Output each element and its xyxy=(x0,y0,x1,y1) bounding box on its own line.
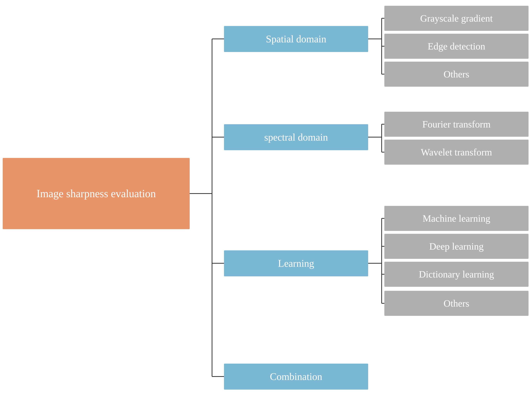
leaf-others-learning: Others xyxy=(384,291,529,316)
diagram: Image sharpness evaluation xyxy=(0,0,532,395)
mid-node-spatial: Spatial domain xyxy=(224,26,368,52)
leaf-deep-learning: Deep learning xyxy=(384,234,529,259)
leaf-others-spatial: Others xyxy=(384,62,529,87)
leaf-dictionary-learning: Dictionary learning xyxy=(384,262,529,287)
root-node: Image sharpness evaluation xyxy=(3,158,190,229)
leaf-grayscale: Grayscale gradient xyxy=(384,6,529,31)
leaf-wavelet: Wavelet transform xyxy=(384,140,529,165)
mid-node-combination: Combination xyxy=(224,364,368,390)
leaf-machine-learning: Machine learning xyxy=(384,206,529,231)
leaf-fourier: Fourier transform xyxy=(384,112,529,137)
leaf-edge: Edge detection xyxy=(384,34,529,59)
mid-node-learning: Learning xyxy=(224,250,368,276)
mid-node-spectral: spectral domain xyxy=(224,124,368,150)
